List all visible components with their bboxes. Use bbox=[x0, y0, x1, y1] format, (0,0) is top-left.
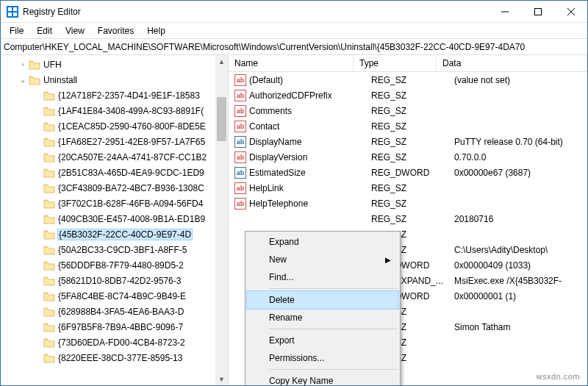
value-name: HelpLink bbox=[249, 183, 365, 193]
list-row[interactable]: ab(Default)REG_SZ(value not set) bbox=[229, 72, 587, 87]
list-row[interactable]: abEstimatedSizeREG_DWORD0x00000e67 (3687… bbox=[229, 165, 587, 180]
chevron-right-icon[interactable]: › bbox=[33, 230, 42, 238]
ctx-permissions[interactable]: Permissions... bbox=[247, 349, 398, 367]
chevron-right-icon[interactable]: › bbox=[33, 307, 42, 315]
tree-item-key[interactable]: ›{20CA507E-24AA-4741-87CF-CC1B2 bbox=[1, 149, 228, 165]
list-row[interactable]: REG_SZ20180716 bbox=[229, 211, 587, 226]
tree-item-key[interactable]: ›{73D60EDA-FD00-4CB4-8723-2 bbox=[1, 335, 228, 350]
tree-pane: ›UFH⌄Uninstall›{12A718F2-2357-4D41-9E1F-… bbox=[1, 55, 229, 385]
tree-item-key[interactable]: ›{1FA68E27-2951-42E8-9F57-1A7F65 bbox=[1, 134, 228, 149]
chevron-right-icon[interactable]: › bbox=[33, 184, 42, 192]
ctx-new[interactable]: New▶ bbox=[247, 251, 398, 268]
tree-label: {3F702C1B-628F-46FB-A094-56FD4 bbox=[58, 199, 203, 209]
tree-label: Uninstall bbox=[43, 75, 77, 85]
folder-icon bbox=[43, 260, 55, 271]
tree-item-key[interactable]: ›{50A2BC33-C9CD-3BF1-A8FF-5 bbox=[1, 242, 228, 257]
maximize-button[interactable] bbox=[521, 1, 554, 23]
tree-item-key[interactable]: ›{56DDDFB8-7F79-4480-89D5-2 bbox=[1, 257, 228, 273]
value-type: REG_SZ bbox=[365, 199, 448, 209]
scroll-up-icon[interactable]: ▲ bbox=[215, 55, 228, 68]
chevron-right-icon[interactable]: › bbox=[33, 338, 42, 346]
list-row[interactable]: abCommentsREG_SZ bbox=[229, 103, 587, 118]
chevron-right-icon[interactable]: › bbox=[33, 107, 42, 115]
close-icon bbox=[567, 8, 575, 15]
value-data: PuTTY release 0.70 (64-bit) bbox=[448, 137, 587, 147]
tree-item-key[interactable]: ›{5FA8C4BE-8C74-4B9C-9B49-E bbox=[1, 288, 228, 304]
folder-icon bbox=[43, 199, 55, 209]
list-row[interactable]: abAuthorizedCDFPrefixREG_SZ bbox=[229, 87, 587, 103]
chevron-right-icon[interactable]: › bbox=[33, 122, 42, 130]
tree-item-key[interactable]: ›{3F702C1B-628F-46FB-A094-56FD4 bbox=[1, 196, 228, 211]
tree-scrollbar[interactable]: ▲ ▼ bbox=[215, 55, 228, 385]
menu-view[interactable]: View bbox=[60, 25, 90, 37]
tree-item-key[interactable]: ›{1CEAC85D-2590-4760-800F-8DE5E bbox=[1, 118, 228, 134]
menu-edit[interactable]: Edit bbox=[31, 25, 58, 37]
list-row[interactable]: abContactREG_SZ bbox=[229, 118, 587, 134]
minimize-button[interactable] bbox=[488, 1, 521, 23]
tree-label: {1AF41E84-3408-499A-8C93-8891F( bbox=[58, 106, 204, 116]
string-value-icon: ab bbox=[234, 151, 246, 163]
tree-item-key[interactable]: ›{2B51C83A-465D-4EA9-9CDC-1ED9 bbox=[1, 165, 228, 180]
ctx-delete[interactable]: Delete bbox=[247, 291, 398, 309]
chevron-right-icon[interactable]: › bbox=[33, 354, 42, 362]
menu-file[interactable]: File bbox=[4, 25, 29, 37]
tree-item-key[interactable]: ›{45B3032F-22CC-40CD-9E97-4D bbox=[1, 226, 228, 242]
column-type[interactable]: Type bbox=[354, 55, 437, 71]
chevron-right-icon[interactable]: › bbox=[33, 199, 42, 207]
chevron-right-icon[interactable]: › bbox=[33, 261, 42, 269]
string-value-icon: ab bbox=[234, 182, 246, 194]
value-data: 0x00000409 (1033) bbox=[448, 260, 587, 271]
ctx-rename[interactable]: Rename bbox=[247, 309, 398, 326]
list-row[interactable]: abHelpTelephoneREG_SZ bbox=[229, 196, 587, 211]
folder-icon bbox=[43, 137, 55, 147]
tree-item-key[interactable]: ›{58621D10-8DB7-42D2-9576-3 bbox=[1, 273, 228, 288]
address-text: Computer\HKEY_LOCAL_MACHINE\SOFTWARE\Mic… bbox=[4, 42, 525, 52]
list-row[interactable]: abDisplayNameREG_SZPuTTY release 0.70 (6… bbox=[229, 134, 587, 149]
chevron-right-icon[interactable]: › bbox=[33, 276, 42, 285]
ctx-export[interactable]: Export bbox=[247, 332, 398, 349]
scroll-thumb[interactable] bbox=[217, 97, 226, 141]
chevron-down-icon[interactable]: ⌄ bbox=[18, 76, 27, 84]
value-data: C:\Users\Adity\Desktop\ bbox=[448, 245, 587, 255]
ctx-copy-key-name[interactable]: Copy Key Name bbox=[247, 372, 398, 386]
value-data: MsiExec.exe /X{45B3032F- bbox=[448, 276, 587, 286]
chevron-right-icon[interactable]: › bbox=[33, 91, 42, 99]
context-menu: Expand New▶ Find... Delete Rename Export… bbox=[245, 231, 401, 386]
list-row[interactable]: abHelpLinkREG_SZ bbox=[229, 180, 587, 196]
tree-label: {1FA68E27-2951-42E8-9F57-1A7F65 bbox=[58, 137, 205, 147]
column-name[interactable]: Name bbox=[229, 55, 354, 71]
chevron-right-icon[interactable]: › bbox=[33, 323, 42, 331]
chevron-right-icon[interactable]: › bbox=[33, 168, 42, 176]
close-button[interactable] bbox=[554, 1, 587, 23]
tree-item-ufh[interactable]: ›UFH bbox=[1, 57, 228, 72]
chevron-right-icon[interactable]: › bbox=[33, 137, 42, 146]
tree-item-uninstall[interactable]: ⌄Uninstall bbox=[1, 72, 228, 87]
chevron-right-icon[interactable]: › bbox=[33, 246, 42, 254]
chevron-right-icon[interactable]: › bbox=[33, 292, 42, 300]
tree-item-key[interactable]: ›{1AF41E84-3408-499A-8C93-8891F( bbox=[1, 103, 228, 118]
menu-favorites[interactable]: Favorites bbox=[92, 25, 140, 37]
folder-icon bbox=[43, 106, 55, 116]
chevron-right-icon[interactable]: › bbox=[33, 153, 42, 161]
list-row[interactable]: abDisplayVersionREG_SZ0.70.0.0 bbox=[229, 149, 587, 165]
tree-label: {5FA8C4BE-8C74-4B9C-9B49-E bbox=[58, 291, 186, 301]
tree-label: {409CB30E-E457-4008-9B1A-ED1B9 bbox=[58, 214, 205, 224]
scroll-down-icon[interactable]: ▼ bbox=[215, 373, 228, 385]
tree-item-key[interactable]: ›{628988B4-3FA5-4EA6-BAA3-D bbox=[1, 304, 228, 319]
address-bar[interactable]: Computer\HKEY_LOCAL_MACHINE\SOFTWARE\Mic… bbox=[1, 39, 587, 55]
column-data[interactable]: Data bbox=[437, 55, 587, 71]
minimize-icon bbox=[501, 8, 509, 15]
tree-item-key[interactable]: ›{409CB30E-E457-4008-9B1A-ED1B9 bbox=[1, 211, 228, 226]
value-data: 0x00000001 (1) bbox=[448, 291, 587, 301]
menu-help[interactable]: Help bbox=[141, 25, 171, 37]
ctx-expand[interactable]: Expand bbox=[247, 233, 398, 251]
tree-item-key[interactable]: ›{12A718F2-2357-4D41-9E1F-18583 bbox=[1, 87, 228, 103]
tree-label: {56DDDFB8-7F79-4480-89D5-2 bbox=[58, 260, 184, 271]
chevron-right-icon[interactable]: › bbox=[18, 60, 27, 68]
tree-item-key[interactable]: ›{6F97B5F8-7B9A-4BBC-9096-7 bbox=[1, 319, 228, 335]
chevron-right-icon[interactable]: › bbox=[33, 215, 42, 223]
tree-item-key[interactable]: ›{3CF43809-BA72-4BC7-B936-1308C bbox=[1, 180, 228, 196]
ctx-find[interactable]: Find... bbox=[247, 268, 398, 286]
tree-item-key[interactable]: ›{8220EEE-38CD-377E-8595-13 bbox=[1, 350, 228, 365]
value-type: REG_SZ bbox=[365, 75, 448, 85]
